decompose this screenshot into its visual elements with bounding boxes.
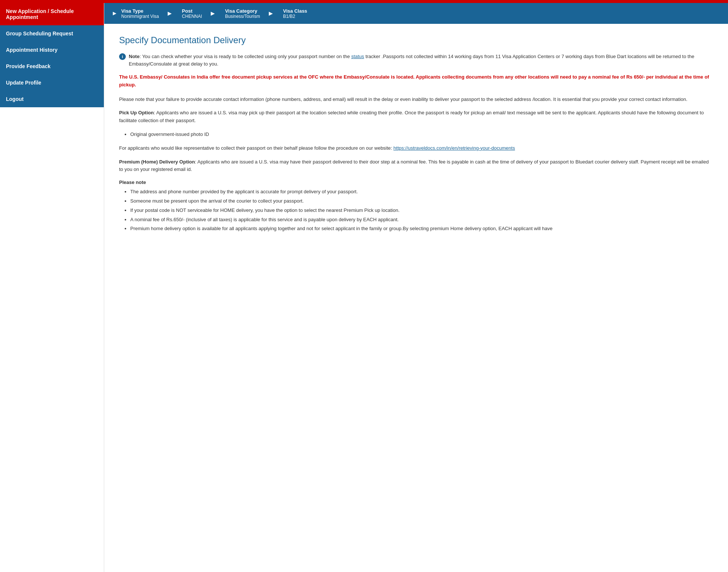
breadcrumb-label-1: Post	[182, 8, 202, 14]
sidebar-item-provide-feedback[interactable]: Provide Feedback	[0, 58, 104, 74]
top-bar	[0, 0, 728, 3]
sidebar-item-logout[interactable]: Logout	[0, 91, 104, 107]
status-link[interactable]: status	[351, 54, 364, 59]
breadcrumb-step-visa-category: Visa Category Business/Tourism	[218, 3, 266, 24]
info-note-box: i Note: You can check whether your visa …	[119, 53, 713, 67]
please-note-list: The address and phone number provided by…	[130, 188, 713, 233]
page-title: Specify Documentation Delivery	[119, 35, 713, 45]
breadcrumb-step-visa-class: Visa Class B1/B2	[276, 3, 313, 24]
breadcrumb-divider-3: ►	[266, 3, 276, 24]
breadcrumb-label-3: Visa Class	[283, 8, 307, 14]
sidebar: New Application / Schedule Appointment G…	[0, 3, 104, 572]
pickup-option-label: Pick Up Option	[119, 110, 154, 115]
home-delivery-label: Premium (Home) Delivery Option	[119, 159, 195, 165]
pickup-bullet-1: Original government-issued photo ID	[130, 131, 713, 139]
warning-text: The U.S. Embassy/ Consulates in India of…	[119, 73, 713, 89]
pickup-option-text: : Applicants who are issued a U.S. visa …	[119, 110, 704, 123]
ustraveldocs-link[interactable]: https://ustraveldocs.com/in/en/retrievin…	[393, 145, 515, 151]
paragraph-contact-info: Please note that your failure to provide…	[119, 96, 713, 104]
sidebar-item-group-scheduling[interactable]: Group Scheduling Request	[0, 25, 104, 42]
breadcrumb-step-visa-type: ► Visa Type Nonimmigrant Visa	[104, 3, 165, 24]
main-content: ► Visa Type Nonimmigrant Visa ► Post CHE…	[104, 3, 728, 572]
please-note-heading: Please note	[119, 179, 713, 185]
home-delivery-text: : Applicants who are issued a U.S. visa …	[119, 159, 709, 172]
breadcrumb-value-1: CHENNAI	[182, 14, 202, 19]
please-note-bullet-3: If your postal code is NOT serviceable f…	[130, 207, 713, 214]
breadcrumb-divider-1: ►	[165, 3, 175, 24]
info-note-prefix: Note	[129, 54, 140, 59]
breadcrumb-bar: ► Visa Type Nonimmigrant Visa ► Post CHE…	[104, 3, 728, 24]
please-note-bullet-5: Premium home delivery option is availabl…	[130, 225, 713, 233]
pickup-bullets: Original government-issued photo ID	[130, 131, 713, 139]
info-note-body: : You can check whether your visa is rea…	[140, 54, 350, 59]
paragraph-representative: For applicants who would like representa…	[119, 144, 713, 152]
please-note-bullet-1: The address and phone number provided by…	[130, 188, 713, 196]
sidebar-item-update-profile[interactable]: Update Profile	[0, 74, 104, 91]
paragraph-home-delivery: Premium (Home) Delivery Option: Applican…	[119, 158, 713, 174]
please-note-bullet-4: A nominal fee of Rs.650/- (inclusive of …	[130, 216, 713, 224]
breadcrumb-arrow-0: ►	[112, 10, 118, 17]
info-icon: i	[119, 53, 126, 60]
breadcrumb-value-0: Nonimmigrant Visa	[121, 14, 159, 19]
paragraph-pickup-option: Pick Up Option: Applicants who are issue…	[119, 109, 713, 125]
breadcrumb-divider-2: ►	[208, 3, 218, 24]
sidebar-item-new-application[interactable]: New Application / Schedule Appointment	[0, 3, 104, 25]
breadcrumb-label-2: Visa Category	[225, 8, 260, 14]
breadcrumb-step-post: Post CHENNAI	[175, 3, 208, 24]
info-note-text: Note: You can check whether your visa is…	[129, 53, 713, 67]
breadcrumb-value-2: Business/Tourism	[225, 14, 260, 19]
please-note-bullet-2: Someone must be present upon the arrival…	[130, 197, 713, 205]
sidebar-item-appointment-history[interactable]: Appointment History	[0, 42, 104, 58]
breadcrumb-label-0: Visa Type	[121, 8, 159, 14]
representative-text: For applicants who would like representa…	[119, 145, 393, 151]
content-area: Specify Documentation Delivery i Note: Y…	[104, 24, 728, 250]
breadcrumb-value-3: B1/B2	[283, 14, 307, 19]
